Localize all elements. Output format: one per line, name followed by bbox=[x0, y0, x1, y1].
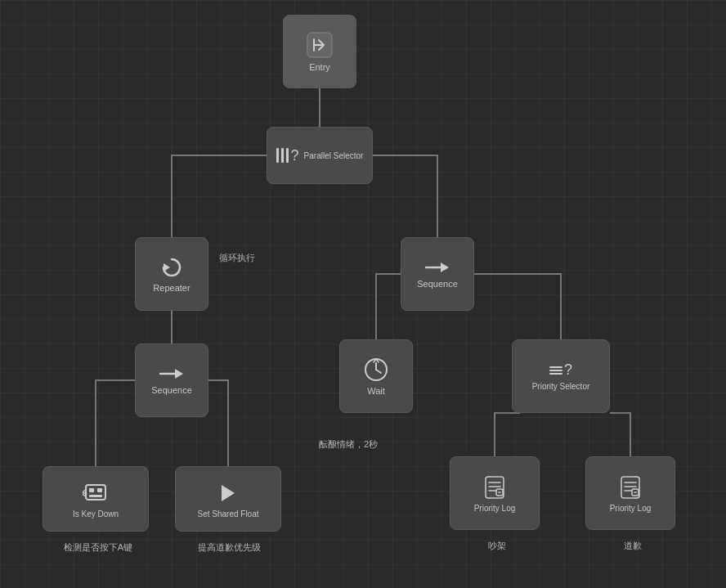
entry-node[interactable]: Entry bbox=[283, 15, 356, 88]
svg-marker-6 bbox=[175, 369, 183, 379]
repeater-icon bbox=[159, 255, 184, 280]
prioritylog-right-icon bbox=[617, 474, 643, 500]
sequence-right-label: Sequence bbox=[417, 279, 458, 289]
repeater-label: Repeater bbox=[153, 283, 190, 293]
wait-label: Wait bbox=[367, 386, 385, 396]
logbrawl-annotation: 吵架 bbox=[448, 540, 546, 552]
priority-selector-node[interactable]: ? Priority Selector bbox=[512, 339, 610, 413]
svg-rect-15 bbox=[89, 488, 94, 492]
setfloat-label: Set Shared Float bbox=[197, 509, 258, 518]
repeater-node[interactable]: Repeater bbox=[135, 237, 208, 311]
svg-rect-16 bbox=[97, 488, 102, 492]
wait-icon bbox=[363, 357, 389, 383]
keydown-node[interactable]: Is Key Down bbox=[43, 466, 149, 532]
sequence-left-label: Sequence bbox=[151, 385, 192, 395]
svg-rect-14 bbox=[86, 485, 105, 500]
parallel-selector-label: Parallel Selector bbox=[304, 151, 364, 160]
svg-marker-4 bbox=[164, 263, 170, 272]
svg-line-11 bbox=[376, 370, 381, 373]
parallel-icon: ? bbox=[276, 147, 299, 164]
sequence-left-node[interactable]: Sequence bbox=[135, 343, 208, 417]
parallel-selector-node[interactable]: ? Parallel Selector bbox=[267, 127, 373, 184]
keydown-label: Is Key Down bbox=[73, 509, 119, 518]
setfloat-annotation: 提高道歉优先级 bbox=[172, 541, 286, 554]
svg-marker-18 bbox=[222, 485, 235, 501]
loop-annotation: 循环执行 bbox=[219, 252, 255, 264]
keydown-annotation: 检测是否按下A键 bbox=[41, 541, 155, 554]
setfloat-icon bbox=[215, 480, 241, 506]
sequence-right-node[interactable]: Sequence bbox=[401, 237, 474, 311]
keydown-icon bbox=[83, 480, 109, 506]
wait-annotation: 酝酿情绪，2秒 bbox=[319, 438, 378, 451]
prioritylog-left-label: Priority Log bbox=[474, 504, 516, 513]
sequence-left-icon bbox=[159, 366, 185, 382]
entry-label: Entry bbox=[309, 62, 330, 72]
sequence-right-icon bbox=[424, 259, 450, 276]
prioritylog-right-label: Priority Log bbox=[610, 504, 652, 513]
prioritylog-right-node[interactable]: Priority Log bbox=[585, 456, 675, 530]
prioritylog-left-node[interactable]: Priority Log bbox=[450, 456, 540, 530]
svg-rect-17 bbox=[89, 495, 102, 497]
wait-node[interactable]: Wait bbox=[339, 339, 413, 413]
priority-selector-label: Priority Selector bbox=[532, 382, 590, 391]
setfloat-node[interactable]: Set Shared Float bbox=[175, 466, 281, 532]
svg-marker-8 bbox=[441, 263, 449, 272]
priority-selector-icon: ? bbox=[549, 361, 572, 379]
entry-icon bbox=[306, 31, 334, 59]
logapology-annotation: 道歉 bbox=[584, 540, 682, 552]
prioritylog-left-icon bbox=[482, 474, 508, 500]
